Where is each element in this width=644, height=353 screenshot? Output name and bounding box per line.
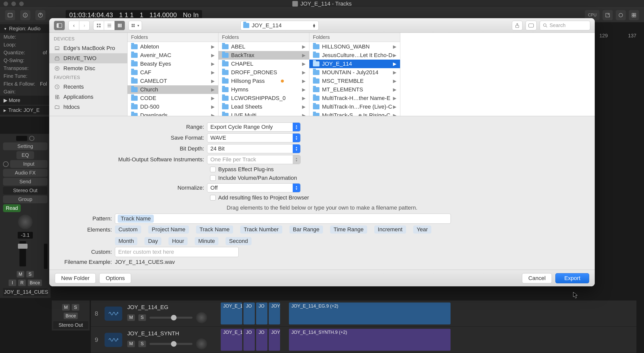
disclosure-triangle-icon[interactable]: ▶ (4, 108, 6, 112)
export-button[interactable]: Export (555, 273, 589, 283)
audio-region[interactable]: JOY_E_1 (221, 329, 242, 351)
folder-row[interactable]: BackTrax▶ (218, 51, 309, 60)
send-slot[interactable]: Send (3, 178, 47, 186)
folder-row[interactable]: Lead Sheets▶ (218, 103, 309, 111)
pan-knob[interactable] (18, 215, 33, 229)
inspector-row[interactable]: Quantize:of (0, 49, 51, 57)
input-monitor-button[interactable]: I (9, 280, 16, 286)
volpan-checkbox-row[interactable]: Include Volume/Pan Automation (210, 175, 587, 181)
checkbox-icon[interactable] (210, 175, 216, 181)
folder-row[interactable]: MultiTrack-H…ther Name-E▶ (309, 94, 400, 103)
checkbox-icon[interactable] (210, 195, 216, 200)
channel-mode-icon[interactable] (29, 136, 34, 141)
forward-button[interactable]: › (79, 21, 90, 30)
audio-region[interactable]: JOY_E_1 (269, 329, 280, 351)
inspector-icon[interactable] (20, 10, 30, 20)
help-icon[interactable] (35, 10, 45, 20)
inspector-row[interactable]: Transpose: (0, 64, 51, 72)
folder-row[interactable]: Downloads▶ (128, 111, 218, 116)
folder-row[interactable]: MultiTrack-In…Free (Live)-C▶ (309, 103, 400, 111)
audio-region[interactable]: JO (243, 302, 255, 324)
minimize-window-icon[interactable] (11, 2, 16, 6)
sidebar-item-device[interactable]: DRIVE_TWO (49, 53, 127, 63)
zoom-window-icon[interactable] (19, 2, 24, 6)
folder-row[interactable]: CAF▶ (128, 68, 218, 77)
output-slot[interactable]: Stereo Out (3, 187, 47, 194)
loop-browser-icon[interactable] (616, 10, 626, 20)
audio-region[interactable]: JO (256, 329, 267, 351)
volume-slider[interactable] (150, 317, 192, 319)
input-slot[interactable]: Input (10, 160, 47, 168)
folder-row[interactable]: HILLSONG_WABN▶ (309, 42, 400, 51)
new-folder-button[interactable]: New Folder (55, 273, 96, 283)
mute-button[interactable]: M (62, 304, 70, 311)
bounce-button[interactable]: Bnce (64, 313, 78, 319)
folder-row[interactable]: LIVE Multi▶ (218, 111, 309, 116)
close-window-icon[interactable] (4, 2, 8, 6)
folder-row[interactable]: LCWORSHIPPADS_0▶ (218, 94, 309, 103)
element-token[interactable]: Hour (168, 237, 188, 245)
element-token[interactable]: Day (144, 237, 161, 245)
region-more[interactable]: ▶ More (0, 96, 51, 105)
audio-region[interactable]: JOY_E_114_SYNTH.9 (+2) (289, 329, 451, 351)
folder-row[interactable]: Hymns▶ (218, 85, 309, 94)
folder-row[interactable]: MOUNTAIN - July2014▶ (309, 68, 400, 77)
mute-button[interactable]: M (127, 341, 135, 347)
inspector-row[interactable]: Loop: (0, 41, 51, 49)
solo-button[interactable]: S (72, 304, 79, 311)
solo-button[interactable]: S (26, 271, 34, 278)
tags-icon[interactable] (526, 21, 537, 30)
folder-row[interactable]: MSC_TREMBLE▶ (309, 77, 400, 85)
automation-mode[interactable]: Read (3, 204, 21, 212)
normalize-select[interactable]: Off (207, 183, 301, 192)
element-token[interactable]: Year (413, 225, 431, 234)
library-icon[interactable] (5, 10, 15, 20)
element-token[interactable]: Custom (115, 225, 141, 234)
format-select[interactable]: WAVE (207, 133, 301, 142)
audio-region[interactable]: JOY_E_1 (221, 302, 242, 324)
mute-button[interactable]: M (17, 271, 24, 278)
sidebar-toggle-icon[interactable] (54, 21, 65, 30)
element-token[interactable]: Track Number (240, 225, 282, 234)
disclosure-triangle-icon[interactable]: ▼ (4, 27, 7, 31)
notes-icon[interactable] (603, 10, 613, 20)
mute-button[interactable]: M (127, 314, 135, 321)
addtobrowser-checkbox-row[interactable]: Add resulting files to Project Browser (210, 194, 587, 201)
region-inspector-header[interactable]: ▼ Region: Audio (0, 24, 51, 33)
folder-row[interactable]: DD-500▶ (128, 103, 218, 111)
audio-region[interactable]: JOY_E_114_EG.9 (+2) (289, 302, 451, 324)
link-icon[interactable] (3, 161, 9, 167)
share-icon[interactable] (512, 21, 523, 30)
column-view-icon[interactable] (114, 21, 125, 30)
folder-row[interactable]: Ableton▶ (128, 42, 218, 51)
range-select[interactable]: Export Cycle Range Only (207, 122, 301, 132)
element-token[interactable]: Second (226, 237, 252, 245)
folder-row[interactable]: JOY_E_114▶ (309, 60, 400, 68)
folder-row[interactable]: MultiTrack-S…e Is Rising-C▶ (309, 111, 400, 116)
element-token[interactable]: Track Name (196, 225, 233, 234)
audio-region[interactable]: JO (256, 302, 267, 324)
setting-slot[interactable]: Setting (3, 142, 47, 150)
checkbox-icon[interactable] (210, 167, 216, 172)
folder-row[interactable]: JesusCulture…Let It Echo-D▶ (309, 51, 400, 60)
element-token[interactable]: Project Name (148, 225, 189, 234)
media-browser-icon[interactable] (629, 10, 639, 20)
folder-row[interactable]: Hillsong Pass▶ (218, 77, 309, 85)
list-view-icon[interactable] (104, 21, 114, 30)
track-header[interactable]: JOY_E_114_SYNTHMS (125, 329, 221, 350)
location-popup[interactable]: JOY_E_114 ▲▼ (240, 21, 319, 30)
audio-region[interactable]: JOY_E_1 (269, 302, 280, 324)
custom-text-input[interactable]: Enter custom text here (115, 247, 239, 257)
audio-region[interactable]: JO (243, 329, 255, 351)
sidebar-item-favorite[interactable]: Applications (49, 92, 127, 102)
folder-row[interactable]: MT_ELEMENTS▶ (309, 85, 400, 94)
eq-slot[interactable]: EQ (16, 151, 34, 159)
back-button[interactable]: ‹ (68, 21, 79, 30)
sidebar-item-device[interactable]: Remote Disc (49, 63, 127, 73)
audiofx-slot[interactable]: Audio FX (3, 169, 47, 177)
sidebar-item-device[interactable]: Edge's MacBook Pro (49, 43, 127, 53)
pattern-field[interactable]: Track Name (115, 214, 451, 224)
element-token[interactable]: Bar Range (289, 225, 323, 234)
solo-button[interactable]: S (138, 341, 146, 347)
track-icon[interactable] (105, 333, 122, 347)
